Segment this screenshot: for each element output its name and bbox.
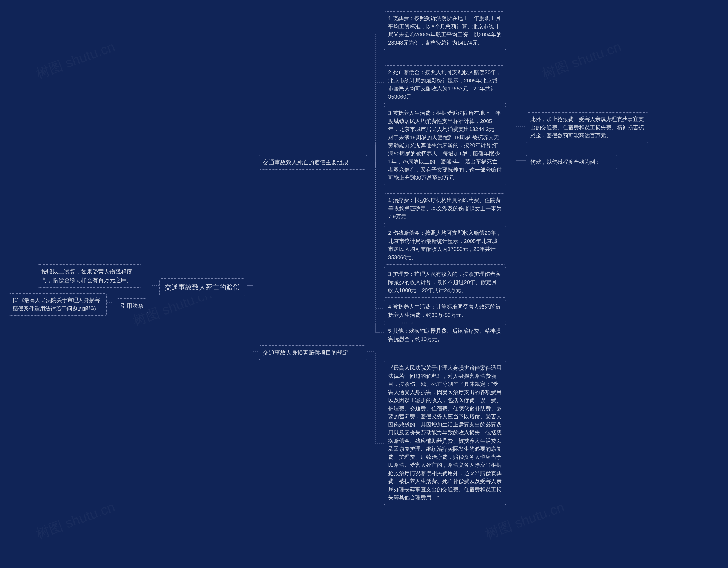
comp-item-7: 4.被抚养人生活费：计算标准同受害人致死的被抚养人生活费，约30万-50万元。 <box>384 300 506 322</box>
comp-item-1: 1.丧葬费：按照受诉法院所在地上一年度职工月平均工资标准，以6个月总额计算。北京… <box>384 11 506 50</box>
comp-item-4: 1.治疗费：根据医疗机构出具的医药费、住院费等收款凭证确定。本文涉及的伤者赵女士… <box>384 193 506 224</box>
watermark: 树图 shutu.cn <box>540 38 624 83</box>
comp-item-8: 5.其他：残疾辅助器具费、后续治疗费、精神损害抚慰金，约10万元。 <box>384 324 506 346</box>
provision-text-node: 《最高人民法院关于审理人身损害赔偿案件适用法律若干问题的解释》，对人身损害赔偿费… <box>384 361 506 505</box>
comp-item-5: 2.伤残赔偿金：按照人均可支配收入赔偿20年，北京市统计局的最新统计显示，200… <box>384 226 506 265</box>
extra-note-1: 此外，加上抢救费、受害人亲属办理丧葬事宜支出的交通费、住宿费和误工损失费、精神损… <box>526 112 648 143</box>
left-note: 按照以上试算，如果受害人伤残程度高，赔偿金额同样会有百万元之巨。 <box>37 264 142 287</box>
extra-note-2: 伤残，以伤残程度全残为例： <box>526 155 617 169</box>
watermark: 树图 shutu.cn <box>34 498 117 543</box>
comp-item-6: 3.护理费：护理人员有收入的，按照护理伤者实际减少的收入计算，最长不超过20年。… <box>384 267 506 298</box>
provision-label-node: 交通事故人身损害赔偿项目的规定 <box>259 345 367 360</box>
watermark: 树图 shutu.cn <box>34 38 117 83</box>
comp-item-2: 2.死亡赔偿金：按照人均可支配收入赔偿20年，北京市统计局的最新统计显示，200… <box>384 65 506 104</box>
root-node: 交通事故致人死亡的赔偿 <box>159 279 245 296</box>
cite-ref-node: [1]《最高人民法院关于审理人身损害赔偿案件适用法律若干问题的解释》 <box>9 293 107 316</box>
composition-label-node: 交通事故致人死亡的赔偿主要组成 <box>259 155 367 170</box>
comp-item-3: 3.被抚养人生活费：根据受诉法院所在地上一年度城镇居民人均消费性支出标准计算，2… <box>384 106 506 185</box>
cite-label-node: 引用法条 <box>117 298 148 313</box>
